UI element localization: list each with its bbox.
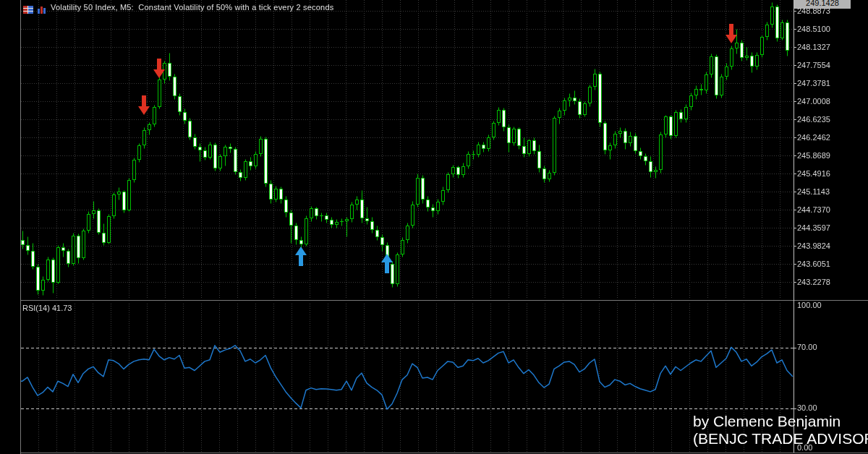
price-axis-label: 243.6051 bbox=[797, 260, 830, 268]
candlestick-rsi-chart[interactable] bbox=[0, 0, 868, 454]
price-axis-label: 246.6235 bbox=[797, 115, 830, 124]
price-axis-label: 248.8873 bbox=[797, 7, 830, 15]
rsi-axis-label: 30.00 bbox=[797, 403, 817, 412]
price-axis-label: 248.1327 bbox=[797, 43, 830, 51]
price-axis-label: 244.7370 bbox=[797, 205, 830, 214]
price-axis-label: 248.5100 bbox=[797, 25, 830, 33]
chart-window: Volatility 50 Index, M5: Constant Volati… bbox=[0, 0, 868, 454]
watermark-line2: (BENJC TRADE ADVISOR) bbox=[693, 430, 868, 447]
price-axis-label: 245.1143 bbox=[797, 187, 830, 196]
price-axis-label: 246.2462 bbox=[797, 133, 830, 142]
price-axis-label: 243.2278 bbox=[797, 278, 830, 286]
chart-title: Volatility 50 Index, M5: Constant Volati… bbox=[51, 3, 333, 12]
price-axis-label: 245.4916 bbox=[797, 169, 830, 178]
rsi-axis-label: 100.00 bbox=[797, 301, 822, 309]
price-axis-label: 243.9824 bbox=[797, 241, 830, 250]
price-axis-label: 247.3781 bbox=[797, 79, 830, 87]
rsi-axis-label: 70.00 bbox=[797, 343, 817, 351]
price-axis-label: 244.3597 bbox=[797, 223, 830, 232]
chart-title-bar: Volatility 50 Index, M5: Constant Volati… bbox=[23, 2, 333, 12]
watermark: by Clemenc Benjamin (BENJC TRADE ADVISOR… bbox=[693, 413, 868, 447]
bar-chart-icon bbox=[37, 4, 47, 12]
price-axis-label: 247.0008 bbox=[797, 97, 830, 106]
price-axis-label: 247.7554 bbox=[797, 61, 830, 69]
quotes-table-icon bbox=[23, 4, 33, 12]
watermark-line1: by Clemenc Benjamin bbox=[693, 413, 868, 430]
rsi-indicator-label: RSI(14) 41.73 bbox=[22, 304, 72, 312]
price-axis-label: 245.8689 bbox=[797, 151, 830, 160]
